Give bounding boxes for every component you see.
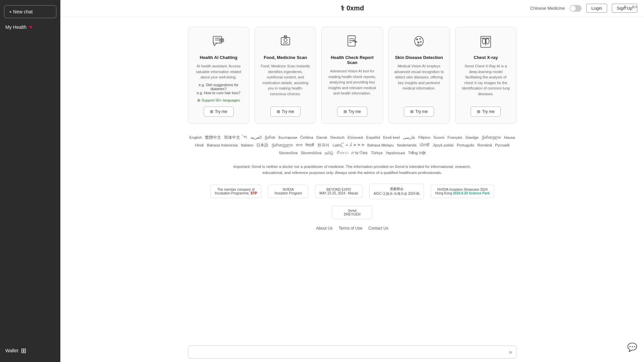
partner-logo: NVIDIAInception Program (268, 185, 308, 198)
language-link[interactable]: ภาษาไทย (351, 151, 368, 155)
language-link[interactable]: Español (366, 135, 380, 139)
language-link[interactable]: Bahasa Indonesia (207, 143, 238, 147)
language-link[interactable]: ਪੰਜਾਬੀ (420, 143, 430, 147)
support-label: ⊞Support 50+ languages (197, 98, 240, 103)
language-link[interactable]: Filipino (418, 135, 430, 139)
language-link[interactable]: ქართული (482, 135, 501, 139)
card-food-medicine-scan[interactable]: Food, Medicine ScanFood, Medicine Scan i… (255, 27, 316, 124)
card-icon-food-medicine-scan (278, 34, 293, 52)
language-link[interactable]: Português (457, 143, 474, 147)
send-button[interactable]: » (509, 349, 512, 356)
language-link[interactable]: Български (278, 135, 297, 139)
card-title: Health AI Chatting (200, 55, 237, 60)
try-me-button[interactable]: ⊞Try me (404, 107, 434, 117)
card-title: Chest X-ray (474, 55, 498, 60)
card-icon-health-ai-chatting (211, 34, 226, 52)
card-icon-chest-xray (478, 34, 493, 52)
sidebar-item-my-health[interactable]: My Health ♥ (4, 22, 56, 32)
language-link[interactable]: Dansk (316, 135, 327, 139)
svg-point-7 (284, 39, 287, 42)
chat-bar: » (60, 342, 644, 362)
svg-point-19 (482, 39, 485, 44)
language-link[interactable]: Latin (332, 143, 341, 147)
heart-icon: ♥ (29, 24, 33, 30)
language-link[interactable]: ཨི། (244, 135, 248, 139)
chinese-medicine-toggle[interactable] (570, 5, 582, 12)
language-link[interactable]: Română (477, 143, 492, 147)
about-us-link[interactable]: About Us (316, 226, 332, 231)
card-title: Skin Disease Detection (395, 55, 443, 60)
card-health-ai-chatting[interactable]: Health AI ChattingAI health assistant. A… (188, 27, 249, 124)
language-link[interactable]: नेपाली (305, 143, 314, 147)
language-link[interactable]: Nederlands (397, 143, 417, 147)
highlight2-text: 2024.8.20 Science Park (453, 191, 490, 195)
language-link[interactable]: Eesti keel (383, 135, 400, 139)
language-link[interactable]: తెలుగు (336, 151, 348, 155)
try-me-button[interactable]: ⊞Try me (270, 107, 301, 117)
card-health-check-report[interactable]: Health Check Report ScanAdvanced Vision … (321, 27, 383, 124)
language-link[interactable]: தமிழ் (325, 151, 333, 155)
new-chat-button[interactable]: + New chat (4, 5, 56, 18)
language-link[interactable]: Suomi (433, 135, 444, 139)
language-link[interactable]: Bahasa Melayu (367, 143, 394, 147)
language-link[interactable]: Slovenščina (301, 151, 322, 155)
language-link[interactable]: Čeština (300, 135, 313, 139)
terms-of-use-link[interactable]: Terms of Use (339, 226, 363, 231)
card-skin-disease-detection[interactable]: Skin Disease DetectionMedical Vision AI … (388, 27, 450, 124)
language-link[interactable]: Русский (495, 143, 509, 147)
language-link[interactable]: Hindi (195, 143, 204, 147)
language-link[interactable]: 日本語 (256, 143, 268, 147)
login-button[interactable]: Login (586, 4, 607, 13)
chinese-medicine-label: Chinese Medicine (530, 6, 565, 11)
card-title: Food, Medicine Scan (264, 55, 307, 60)
language-link[interactable]: বাংলা (296, 143, 302, 147)
language-link[interactable]: Deutsch (330, 135, 344, 139)
language-link[interactable]: Українська (386, 151, 405, 155)
partner-logo: 0xmdDREYGEN (332, 206, 372, 219)
sidebar-item-wallet[interactable]: Wallet ⊞ (4, 345, 56, 357)
logo-text: 0xmd (346, 4, 364, 12)
try-me-button[interactable]: ⊞Try me (337, 107, 367, 117)
svg-point-17 (420, 41, 421, 42)
language-link[interactable]: Italiano (241, 143, 253, 147)
language-link[interactable]: Język polski (433, 143, 453, 147)
language-link[interactable]: فارسی (403, 135, 415, 139)
svg-point-14 (417, 39, 418, 40)
try-me-button[interactable]: ⊞Try me (471, 107, 501, 117)
language-link[interactable]: العربية (251, 135, 262, 139)
partner-logo: BEYOND EXPOMAY 22-25, 2024 · Macao (315, 185, 362, 198)
header: ⚕ 0xmd Chinese Medicine Login Sign Up (60, 0, 644, 17)
partner-logo: 图麒鹅会AIGC·泛娱乐·出海大会 2024·秋 (369, 184, 424, 199)
chat-input[interactable] (192, 350, 509, 355)
language-link[interactable]: 繁體中文 (205, 135, 221, 139)
sidebar-item-label: My Health (5, 24, 26, 30)
main-area: ⚕ 0xmd Chinese Medicine Login Sign Up A-… (60, 0, 644, 362)
contact-us-link[interactable]: Contact Us (368, 226, 388, 231)
svg-point-16 (418, 42, 419, 43)
language-link[interactable]: Gaeilge (465, 135, 479, 139)
language-link[interactable]: Hausa (504, 135, 515, 139)
language-link[interactable]: ქართველი (272, 143, 293, 147)
highlight-text: STP (251, 191, 257, 195)
language-link[interactable]: Slovenčina (279, 151, 298, 155)
try-me-button[interactable]: ⊞Try me (204, 107, 234, 117)
language-link[interactable]: Tiếng Việt (408, 151, 426, 155)
card-description: AI health assistant. Access valuable inf… (194, 63, 244, 80)
card-icon-skin-disease-detection (412, 34, 426, 52)
language-link[interactable]: မြန်မာဘာသာ (344, 143, 364, 147)
language-link[interactable]: 한국어 (317, 143, 329, 147)
logo: ⚕ 0xmd (340, 4, 364, 13)
card-description: Advanced Vision AI tool for reading heal… (327, 68, 377, 103)
languages-section: English 繁體中文 简体中文 ཨི། العربية ქართ Бълга… (188, 134, 517, 157)
font-increase-button[interactable]: A+ (632, 4, 637, 9)
font-decrease-button[interactable]: A- (624, 4, 628, 9)
footer-links: About Us Terms of Use Contact Us (316, 226, 388, 231)
language-link[interactable]: English (189, 135, 202, 139)
chat-float-icon[interactable]: 💬 (627, 343, 637, 352)
language-link[interactable]: Ελληνικά (347, 135, 363, 139)
card-chest-xray[interactable]: Chest X-ray0xmd Chest X-Ray AI is a deep… (455, 27, 517, 124)
language-link[interactable]: Français (447, 135, 462, 139)
language-link[interactable]: Türkçe (371, 151, 382, 155)
language-link[interactable]: 简体中文 (224, 135, 240, 139)
language-link[interactable]: ქართ (265, 135, 275, 139)
